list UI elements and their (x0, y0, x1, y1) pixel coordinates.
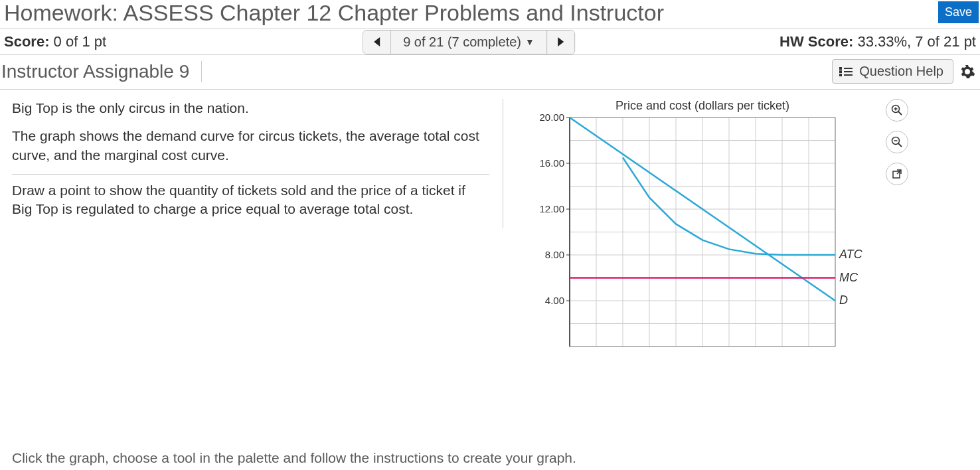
page-title: Homework: ASSESS Chapter 12 Chapter Prob… (4, 0, 938, 26)
zoom-out-button[interactable] (886, 131, 908, 153)
question-title: Instructor Assignable 9 (1, 61, 202, 82)
chart-title: Price and cost (dollars per ticket) (530, 99, 875, 113)
hw-score-label: HW Score: (779, 33, 853, 50)
chart-canvas[interactable]: 4.008.0012.0016.0020.00ATCMCD (530, 114, 875, 360)
gear-icon (959, 64, 975, 80)
paragraph-3: Draw a point to show the quantity of tic… (12, 181, 489, 219)
question-text: Big Top is the only circus in the nation… (12, 99, 503, 228)
svg-text:4.00: 4.00 (545, 295, 564, 306)
triangle-right-icon (556, 37, 565, 47)
prev-button[interactable] (363, 31, 391, 54)
score-bar: Score: 0 of 1 pt 9 of 21 (7 complete) ▼ … (0, 29, 980, 54)
svg-line-40 (898, 112, 902, 115)
triangle-left-icon (372, 37, 382, 47)
svg-line-44 (898, 143, 902, 147)
settings-button[interactable] (959, 63, 976, 80)
paragraph-2: The graph shows the demand curve for cir… (12, 127, 489, 165)
hw-score-value: 33.33%, 7 of 21 pt (857, 33, 976, 50)
score-value: 0 of 1 pt (54, 33, 107, 50)
chevron-down-icon: ▼ (525, 37, 534, 47)
svg-line-47 (897, 170, 901, 174)
question-nav: 9 of 21 (7 complete) ▼ (363, 30, 575, 54)
nav-progress: 9 of 21 (7 complete) (403, 35, 521, 50)
svg-text:16.00: 16.00 (539, 157, 564, 169)
chart[interactable]: Price and cost (dollars per ticket) 4.00… (530, 99, 875, 362)
chart-tools (886, 99, 908, 185)
score-label: Score: (4, 33, 49, 50)
svg-text:MC: MC (839, 271, 858, 284)
svg-text:12.00: 12.00 (539, 203, 564, 214)
paragraph-1: Big Top is the only circus in the nation… (12, 99, 489, 118)
question-picker[interactable]: 9 of 21 (7 complete) ▼ (391, 31, 546, 54)
question-help-button[interactable]: Question Help (832, 59, 953, 84)
svg-text:8.00: 8.00 (545, 249, 564, 260)
svg-text:D: D (839, 293, 848, 307)
svg-text:ATC: ATC (839, 248, 863, 261)
zoom-out-icon (891, 136, 903, 148)
question-help-label: Question Help (859, 64, 943, 79)
hw-score: HW Score: 33.33%, 7 of 21 pt (779, 33, 976, 50)
score-left: Score: 0 of 1 pt (4, 33, 106, 50)
svg-marker-0 (374, 37, 380, 46)
svg-marker-1 (558, 37, 564, 46)
zoom-in-icon (891, 104, 903, 116)
popout-button[interactable] (886, 163, 908, 185)
zoom-in-button[interactable] (886, 99, 908, 121)
next-button[interactable] (546, 31, 574, 54)
save-button[interactable]: Save (938, 1, 979, 23)
svg-text:20.00: 20.00 (539, 114, 564, 123)
list-icon (839, 67, 853, 76)
popout-icon (892, 169, 902, 179)
